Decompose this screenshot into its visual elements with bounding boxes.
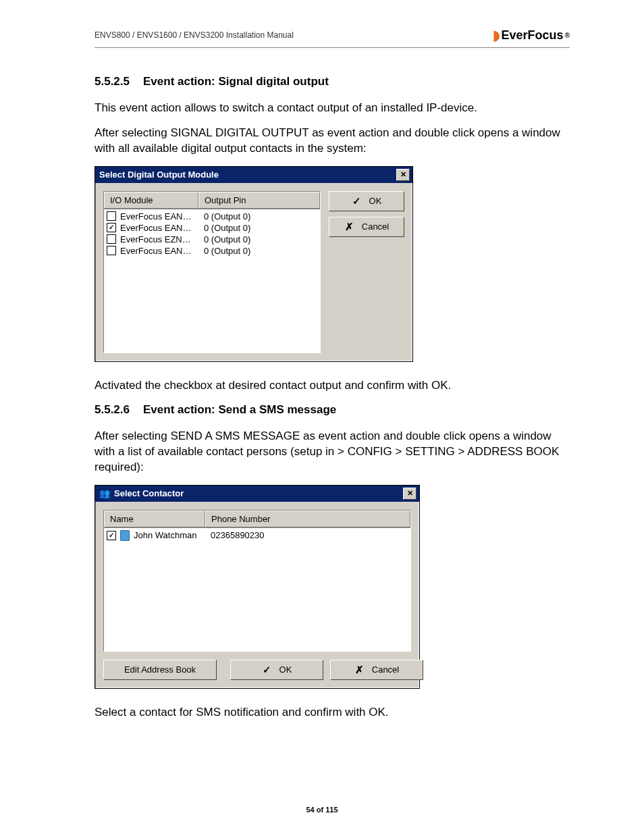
section2-p1: After selecting SEND A SMS MESSAGE as ev… bbox=[95, 429, 570, 475]
table-row[interactable]: EverFocus EAN…0 (Output 0) bbox=[104, 222, 320, 234]
col-name[interactable]: Name bbox=[104, 511, 205, 527]
module-cell: EverFocus EAN… bbox=[120, 223, 200, 233]
pin-cell: 0 (Output 0) bbox=[204, 246, 250, 256]
table-row[interactable]: John Watchman02365890230 bbox=[104, 529, 410, 542]
cancel-button[interactable]: ✗ Cancel bbox=[329, 217, 404, 237]
x-icon: ✗ bbox=[354, 664, 365, 676]
section-title: Event action: Send a SMS message bbox=[143, 403, 336, 416]
x-icon: ✗ bbox=[344, 221, 355, 233]
ok-button[interactable]: ✓ OK bbox=[230, 660, 323, 680]
col-io-module[interactable]: I/O Module bbox=[104, 192, 198, 209]
dialog2-titlebar[interactable]: 👥 Select Contactor ✕ bbox=[95, 486, 419, 502]
after-dialog1-text: Activated the checkbox at desired contac… bbox=[95, 378, 570, 394]
check-icon: ✓ bbox=[352, 195, 363, 207]
header-left: ENVS800 / ENVS1600 / ENVS3200 Installati… bbox=[95, 30, 294, 40]
select-contactor-dialog: 👥 Select Contactor ✕ Name Phone Number J… bbox=[95, 485, 420, 689]
dialog1-title: Select Digital Output Module bbox=[99, 170, 219, 180]
list-header: Name Phone Number bbox=[104, 511, 410, 528]
col-phone[interactable]: Phone Number bbox=[205, 511, 410, 527]
io-module-list[interactable]: I/O Module Output Pin EverFocus EAN…0 (O… bbox=[103, 191, 321, 353]
logo-text: EverFocus bbox=[502, 28, 564, 43]
checkbox[interactable] bbox=[107, 234, 116, 244]
section-heading-5525: 5.5.2.5Event action: Signal digital outp… bbox=[95, 75, 570, 88]
name-cell: John Watchman bbox=[134, 530, 207, 540]
pin-cell: 0 (Output 0) bbox=[204, 211, 250, 221]
section-number: 5.5.2.5 bbox=[95, 75, 130, 88]
dialog1-titlebar[interactable]: Select Digital Output Module ✕ bbox=[95, 167, 412, 183]
section-title: Event action: Signal digital output bbox=[143, 75, 329, 88]
module-cell: EverFocus EAN… bbox=[120, 211, 200, 221]
check-icon: ✓ bbox=[262, 664, 273, 676]
logo-reg: ® bbox=[565, 32, 570, 39]
select-digital-output-dialog: Select Digital Output Module ✕ I/O Modul… bbox=[95, 166, 413, 362]
pin-cell: 0 (Output 0) bbox=[204, 234, 250, 244]
contact-icon bbox=[120, 530, 130, 541]
page-counter: 54 of 115 bbox=[0, 806, 644, 814]
edit-address-book-button[interactable]: Edit Address Book bbox=[103, 660, 217, 680]
section1-p2: After selecting SIGNAL DIGITAL OUTPUT as… bbox=[95, 126, 570, 157]
phone-cell: 02365890230 bbox=[211, 530, 265, 540]
logo-icon: ◗ bbox=[493, 27, 500, 43]
brand-logo: ◗ EverFocus ® bbox=[493, 27, 570, 43]
table-row[interactable]: EverFocus EZN…0 (Output 0) bbox=[104, 234, 320, 245]
section-heading-5526: 5.5.2.6Event action: Send a SMS message bbox=[95, 403, 570, 417]
dialog2-title: Select Contactor bbox=[114, 488, 184, 498]
section1-p1: This event action allows to switch a con… bbox=[95, 101, 570, 116]
edit-address-book-label: Edit Address Book bbox=[124, 664, 196, 675]
table-row[interactable]: EverFocus EAN…0 (Output 0) bbox=[104, 245, 320, 257]
list-header: I/O Module Output Pin bbox=[104, 192, 320, 209]
ok-button[interactable]: ✓ OK bbox=[329, 191, 404, 211]
table-row[interactable]: EverFocus EAN…0 (Output 0) bbox=[104, 211, 320, 222]
cancel-label: Cancel bbox=[372, 664, 399, 675]
ok-label: OK bbox=[279, 664, 292, 675]
checkbox[interactable] bbox=[107, 211, 116, 221]
ok-label: OK bbox=[369, 196, 382, 206]
checkbox[interactable] bbox=[107, 223, 116, 232]
cancel-button[interactable]: ✗ Cancel bbox=[330, 660, 423, 680]
users-icon: 👥 bbox=[99, 488, 110, 498]
cancel-label: Cancel bbox=[362, 221, 389, 232]
close-icon[interactable]: ✕ bbox=[396, 169, 410, 181]
checkbox[interactable] bbox=[107, 531, 116, 540]
checkbox[interactable] bbox=[107, 246, 116, 255]
after-dialog2-text: Select a contact for SMS notification an… bbox=[95, 705, 570, 721]
pin-cell: 0 (Output 0) bbox=[204, 223, 250, 233]
col-output-pin[interactable]: Output Pin bbox=[198, 192, 320, 209]
contact-list[interactable]: Name Phone Number John Watchman023658902… bbox=[103, 510, 411, 652]
page-header: ENVS800 / ENVS1600 / ENVS3200 Installati… bbox=[95, 27, 570, 48]
module-cell: EverFocus EZN… bbox=[120, 234, 200, 244]
section-number: 5.5.2.6 bbox=[95, 403, 130, 417]
close-icon[interactable]: ✕ bbox=[403, 488, 417, 500]
module-cell: EverFocus EAN… bbox=[120, 246, 200, 256]
